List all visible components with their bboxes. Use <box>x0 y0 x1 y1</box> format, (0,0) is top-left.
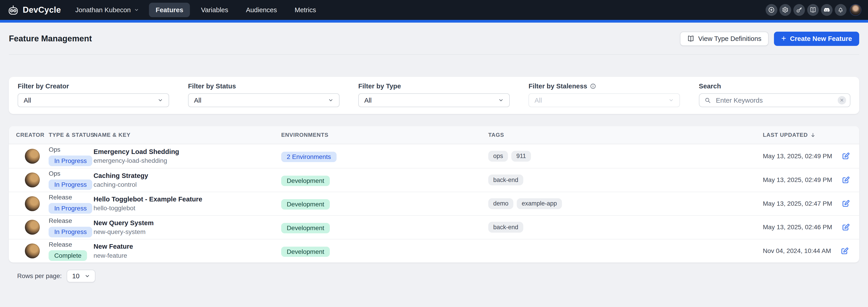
bell-icon <box>837 6 844 13</box>
org-selector[interactable]: Jonathan Kubecon <box>75 6 139 14</box>
plus-circle-icon <box>768 6 775 13</box>
environments-badge[interactable]: Development <box>281 199 330 210</box>
filter-staleness-select: All <box>528 93 680 107</box>
user-avatar[interactable] <box>850 4 861 16</box>
add-button[interactable] <box>766 4 777 16</box>
view-type-definitions-label: View Type Definitions <box>698 35 762 42</box>
last-updated-cell: Nov 04, 2024, 10:44 AM <box>763 247 859 255</box>
creator-avatar <box>25 220 40 235</box>
notifications-button[interactable] <box>835 4 846 16</box>
tags-cell: demoexample-app <box>488 198 763 209</box>
tag-pill: 911 <box>511 151 531 162</box>
chevron-down-icon <box>158 97 163 103</box>
type-status-cell: Release In Progress <box>49 194 93 214</box>
last-updated-cell: May 13, 2025, 02:49 PM <box>763 152 859 160</box>
column-header-last-updated[interactable]: LAST UPDATED <box>763 132 859 138</box>
filter-staleness-group: Filter by Staleness All <box>528 82 680 107</box>
feature-key: hello-togglebot <box>94 205 281 212</box>
filter-status-value: All <box>194 96 202 104</box>
feature-name[interactable]: Emergency Load Shedding <box>94 148 281 156</box>
table-row[interactable]: Release Complete New Feature new-feature… <box>9 239 859 263</box>
features-table: CREATOR TYPE & STATUS NAME & KEY ENVIRON… <box>9 126 859 263</box>
name-key-cell: New Feature new-feature <box>94 243 281 259</box>
environments-badge[interactable]: Development <box>281 176 330 186</box>
create-new-feature-label: Create New Feature <box>790 35 852 42</box>
search-input[interactable] <box>715 96 834 105</box>
nav-tab-metrics[interactable]: Metrics <box>288 3 322 17</box>
filter-type-select[interactable]: All <box>358 93 510 107</box>
info-icon[interactable] <box>590 83 596 89</box>
creator-cell <box>9 220 49 235</box>
creator-cell <box>9 149 49 164</box>
docs-button[interactable] <box>807 4 819 16</box>
feature-type: Release <box>49 194 72 201</box>
filter-creator-label: Filter by Creator <box>18 82 169 90</box>
table-row[interactable]: Ops In Progress Caching Strategy caching… <box>9 168 859 192</box>
environments-badge[interactable]: 2 Environments <box>281 152 337 162</box>
feature-type: Ops <box>49 170 60 177</box>
top-nav: DevCycle Jonathan Kubecon Features Varia… <box>0 0 868 20</box>
view-type-definitions-button[interactable]: View Type Definitions <box>680 32 768 46</box>
edit-feature-button[interactable] <box>840 247 849 255</box>
create-new-feature-button[interactable]: + Create New Feature <box>774 32 859 46</box>
filter-type-group: Filter by Type All <box>358 82 510 107</box>
table-row[interactable]: Release In Progress Hello Togglebot - Ex… <box>9 192 859 215</box>
status-badge: In Progress <box>49 203 92 214</box>
column-header-name-key: NAME & KEY <box>94 132 281 138</box>
creator-cell <box>9 196 49 211</box>
edit-feature-button[interactable] <box>842 152 850 160</box>
api-keys-button[interactable] <box>794 4 805 16</box>
filter-creator-group: Filter by Creator All <box>18 82 169 107</box>
settings-button[interactable] <box>779 4 791 16</box>
feature-name[interactable]: Caching Strategy <box>94 172 281 180</box>
feature-analytics-button[interactable] <box>858 247 859 255</box>
edit-feature-button[interactable] <box>842 223 850 232</box>
presentation-chart-icon <box>858 247 859 255</box>
filter-status-group: Filter by Status All <box>188 82 340 107</box>
edit-pencil-icon <box>842 199 850 208</box>
feature-name[interactable]: New Query System <box>94 219 281 227</box>
header-divider <box>9 54 859 55</box>
type-status-cell: Release In Progress <box>49 217 93 237</box>
chevron-down-icon <box>85 273 90 279</box>
nav-tab-audiences[interactable]: Audiences <box>239 3 284 17</box>
filter-staleness-value: All <box>535 96 542 104</box>
last-updated-value: May 13, 2025, 02:49 PM <box>763 153 832 160</box>
column-header-type-status: TYPE & STATUS <box>49 132 93 138</box>
last-updated-value: May 13, 2025, 02:46 PM <box>763 223 832 231</box>
edit-feature-button[interactable] <box>842 176 850 184</box>
accent-bar <box>0 20 868 23</box>
devcycle-logo[interactable]: DevCycle <box>8 4 61 16</box>
table-row[interactable]: Ops In Progress Emergency Load Shedding … <box>9 144 859 168</box>
last-updated-cell: May 13, 2025, 02:46 PM <box>763 223 859 232</box>
header-actions: View Type Definitions + Create New Featu… <box>680 32 859 46</box>
environments-badge[interactable]: Development <box>281 247 330 257</box>
discord-button[interactable] <box>821 4 833 16</box>
clear-search-icon[interactable]: ✕ <box>838 96 846 104</box>
chevron-down-icon <box>498 97 504 103</box>
tags-cell: back-end <box>488 175 763 185</box>
filter-staleness-label: Filter by Staleness <box>528 82 680 90</box>
search-box: ✕ <box>699 93 850 107</box>
nav-tab-features[interactable]: Features <box>149 3 190 17</box>
feature-name[interactable]: New Feature <box>94 243 281 250</box>
filter-creator-select[interactable]: All <box>18 93 169 107</box>
environments-cell: 2 Environments <box>281 151 488 161</box>
nav-tab-variables[interactable]: Variables <box>194 3 235 17</box>
feature-key: emergency-load-shedding <box>94 157 281 164</box>
creator-cell <box>9 173 49 187</box>
status-badge: In Progress <box>49 180 92 190</box>
table-row[interactable]: Release In Progress New Query System new… <box>9 215 859 239</box>
status-badge: In Progress <box>49 156 92 166</box>
filter-status-select[interactable]: All <box>188 93 340 107</box>
brand-name: DevCycle <box>23 5 61 15</box>
tags-cell: back-end <box>488 222 763 233</box>
search-icon <box>704 97 711 103</box>
org-name: Jonathan Kubecon <box>75 6 131 14</box>
column-header-tags: TAGS <box>488 132 763 138</box>
edit-feature-button[interactable] <box>842 199 850 208</box>
tag-pill: back-end <box>488 175 523 185</box>
rows-per-page-select[interactable]: 10 <box>67 270 95 282</box>
feature-name[interactable]: Hello Togglebot - Example Feature <box>94 195 281 203</box>
environments-badge[interactable]: Development <box>281 223 330 233</box>
